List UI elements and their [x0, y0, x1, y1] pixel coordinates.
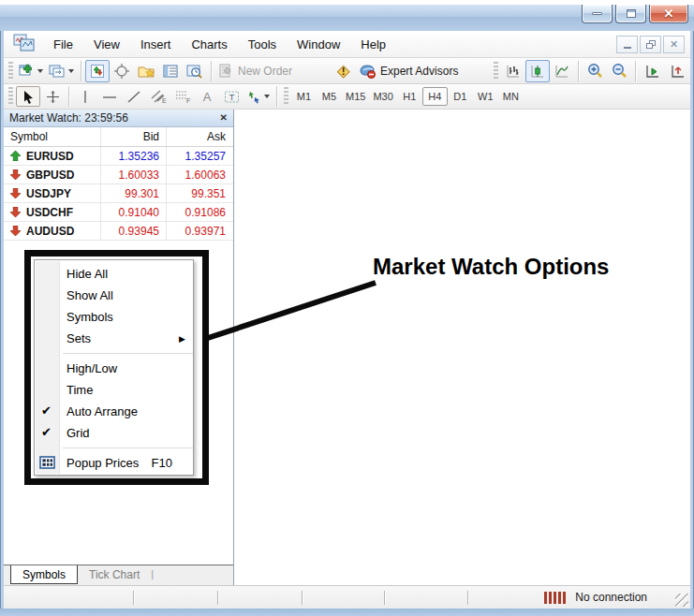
timeframe-m30-button[interactable]: M30 [369, 87, 396, 106]
new-chart-icon [19, 64, 35, 79]
auto-scroll-button[interactable] [640, 60, 664, 82]
table-row-gbpusd[interactable]: GBPUSD 1.60033 1.60063 [4, 166, 233, 184]
mdi-minimize-button[interactable] [616, 36, 638, 53]
menu-view[interactable]: View [83, 33, 130, 56]
navigator-button[interactable] [134, 60, 158, 82]
menu-item-label: Symbols [66, 310, 113, 324]
mdi-window-buttons: ✕ [616, 36, 685, 53]
expert-advisors-button[interactable]: Expert Advisors [355, 60, 465, 82]
menu-item-popup-prices[interactable]: Popup Prices F10 [35, 452, 193, 474]
mdi-restore-button[interactable] [640, 36, 661, 53]
trendline-tool-button[interactable] [122, 86, 146, 107]
maximize-icon [627, 9, 636, 18]
bar-chart-button[interactable] [501, 60, 525, 82]
table-row-usdjpy[interactable]: USDJPY 99.301 99.351 [4, 184, 233, 203]
market-watch-close-icon[interactable]: ✕ [220, 113, 228, 123]
line-chart-icon [554, 64, 569, 79]
navigator-icon [138, 64, 155, 79]
vertical-line-tool-button[interactable] [73, 86, 97, 107]
timeframe-h4-button[interactable]: H4 [422, 87, 448, 106]
data-window-button[interactable] [110, 60, 134, 82]
menu-item-hide-all[interactable]: Hide All [35, 263, 193, 285]
menu-item-grid[interactable]: ✔Grid [35, 422, 193, 444]
mdi-close-button[interactable]: ✕ [663, 36, 685, 53]
market-watch-context-menu: Hide All Show All Symbols Sets▶ High/Low… [34, 259, 194, 476]
text-tool-icon: A [203, 90, 212, 104]
text-tool-button[interactable]: A [195, 86, 219, 107]
down-arrow-icon [10, 226, 21, 236]
menu-help[interactable]: Help [350, 33, 396, 56]
arrows-tool-button[interactable] [244, 86, 273, 107]
tab-symbols[interactable]: Symbols [10, 565, 78, 584]
arrows-icon [246, 90, 261, 104]
chart-shift-icon [669, 64, 685, 79]
column-header-symbol[interactable]: Symbol [4, 127, 101, 146]
market-watch-column-headers[interactable]: Symbol Bid Ask [4, 127, 233, 147]
market-watch-toggle-button[interactable] [85, 60, 110, 82]
timeframe-m15-button[interactable]: M15 [342, 87, 369, 106]
crosshair-tool-button[interactable] [40, 86, 65, 107]
menu-item-high-low[interactable]: High/Low [35, 358, 193, 379]
column-header-ask[interactable]: Ask [167, 127, 232, 146]
line-chart-button[interactable] [550, 60, 574, 82]
timeframe-m5-button[interactable]: M5 [317, 87, 342, 106]
resize-grip[interactable] [675, 594, 688, 607]
fibonacci-tool-button[interactable]: F [170, 86, 195, 107]
terminal-button[interactable] [158, 60, 183, 82]
chart-shift-button[interactable] [664, 60, 688, 82]
timeframe-d1-button[interactable]: D1 [448, 87, 473, 106]
menu-insert[interactable]: Insert [130, 33, 182, 56]
maximize-button[interactable] [615, 5, 646, 23]
toolbar-grip[interactable] [494, 62, 498, 81]
bar-chart-icon [506, 64, 521, 79]
ask-value: 99.351 [167, 184, 232, 202]
tab-tick-chart[interactable]: Tick Chart [78, 565, 151, 584]
zoom-in-button[interactable] [583, 60, 607, 82]
menu-file[interactable]: File [43, 33, 83, 56]
toolbar-grip[interactable] [8, 87, 13, 106]
menu-item-symbols[interactable]: Symbols [35, 306, 193, 328]
cursor-tool-button[interactable] [16, 86, 40, 107]
new-order-button[interactable]: New Order [215, 60, 299, 82]
menu-charts[interactable]: Charts [181, 33, 237, 56]
timeframe-h1-button[interactable]: H1 [397, 87, 422, 106]
text-label-tool-button[interactable]: T [219, 86, 244, 107]
toolbar-separator [81, 61, 81, 81]
svg-text:!: ! [342, 66, 345, 77]
screenshot-root: ✕ File View Insert Charts Tools [0, 0, 694, 616]
timeframe-m1-button[interactable]: M1 [291, 87, 317, 106]
strategy-tester-button[interactable] [183, 60, 207, 82]
menu-item-time[interactable]: Time [35, 379, 193, 401]
candlestick-chart-button[interactable] [525, 60, 550, 82]
close-button[interactable]: ✕ [649, 5, 688, 23]
chart-area[interactable] [234, 110, 690, 585]
horizontal-line-tool-button[interactable] [97, 86, 122, 107]
metaeditor-button[interactable]: ! [331, 60, 355, 82]
menu-item-sets[interactable]: Sets▶ [35, 328, 193, 349]
column-header-bid[interactable]: Bid [101, 127, 167, 146]
new-order-label: New Order [236, 65, 296, 78]
minimize-button[interactable] [582, 5, 613, 23]
menu-item-show-all[interactable]: Show All [35, 285, 193, 306]
table-row-usdchf[interactable]: USDCHF 0.91040 0.91086 [4, 203, 233, 222]
menu-window[interactable]: Window [287, 33, 350, 56]
ask-value: 1.35257 [167, 147, 232, 165]
menu-item-label: Time [66, 383, 93, 397]
zoom-out-button[interactable] [607, 60, 631, 82]
profiles-button[interactable] [46, 60, 77, 82]
menu-bar: File View Insert Charts Tools Window Hel… [4, 31, 690, 58]
new-chart-button[interactable] [16, 60, 46, 82]
market-watch-header[interactable]: Market Watch: 23:59:56 ✕ [4, 110, 233, 127]
equidistant-channel-tool-button[interactable]: E [146, 86, 170, 107]
status-divider [467, 591, 468, 605]
toolbar-grip[interactable] [284, 87, 288, 106]
table-row-audusd[interactable]: AUDUSD 0.93945 0.93971 [4, 222, 233, 241]
timeframe-mn-button[interactable]: MN [498, 87, 524, 106]
table-row-eurusd[interactable]: EURUSD 1.35236 1.35257 [4, 147, 233, 166]
submenu-arrow-icon: ▶ [179, 334, 185, 344]
menu-item-auto-arrange[interactable]: ✔Auto Arrange [35, 401, 193, 422]
toolbar-separator [635, 61, 636, 81]
timeframe-w1-button[interactable]: W1 [473, 87, 498, 106]
menu-tools[interactable]: Tools [238, 33, 287, 56]
toolbar-grip[interactable] [8, 62, 13, 81]
